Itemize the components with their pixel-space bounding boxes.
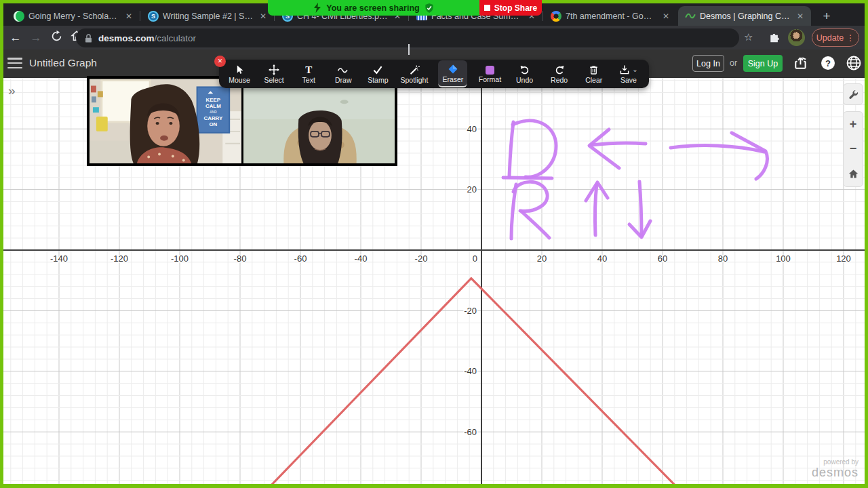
profile-avatar[interactable] — [788, 29, 805, 46]
cursor-icon — [234, 64, 245, 75]
tool-redo[interactable]: Redo — [547, 60, 572, 87]
tab-title: Writing Sample #2 | Schoo — [163, 12, 254, 21]
svg-text:120: 120 — [836, 253, 851, 264]
tab-title: 7th amendment - Google S — [566, 12, 656, 21]
svg-text:-120: -120 — [111, 253, 128, 264]
zoom-in-button[interactable]: + — [844, 112, 863, 136]
tab-separator — [542, 11, 543, 21]
signup-button[interactable]: Sign Up — [743, 55, 783, 72]
bolt-icon — [313, 3, 321, 13]
text-tool-icon: T — [305, 64, 312, 75]
undo-icon — [519, 64, 530, 75]
video-participant-1[interactable]: KEEP CALM AND CARRY ON — [90, 79, 241, 163]
video-participant-2[interactable] — [243, 79, 395, 163]
shield-check-icon — [425, 3, 434, 14]
svg-text:-80: -80 — [234, 253, 247, 264]
or-label: or — [730, 58, 737, 68]
screenshare-border-right — [865, 0, 868, 488]
help-icon[interactable]: ? — [821, 56, 835, 73]
trash-icon — [589, 64, 599, 75]
svg-text:20: 20 — [537, 253, 547, 264]
tool-draw[interactable]: Draw — [331, 60, 355, 87]
tab-desmos-active[interactable]: Desmos | Graphing Calcul ✕ — [678, 6, 811, 26]
svg-text:?: ? — [825, 58, 831, 68]
svg-text:80: 80 — [718, 253, 728, 264]
default-view-home-button[interactable] — [844, 162, 863, 186]
stop-icon — [484, 5, 490, 11]
schoology-favicon: S — [148, 11, 159, 22]
tab-going-merry[interactable]: Going Merry - Scholarship ✕ — [7, 6, 140, 26]
chrome-update-button[interactable]: Update ⋮ — [812, 28, 859, 47]
svg-text:-140: -140 — [50, 253, 68, 264]
google-favicon — [551, 11, 561, 22]
svg-text:20: 20 — [467, 184, 477, 195]
open-expressions-icon[interactable]: » — [8, 83, 16, 98]
svg-text:CALM: CALM — [205, 103, 221, 109]
menu-dots-icon: ⋮ — [846, 33, 854, 43]
tab-writing-sample[interactable]: S Writing Sample #2 | Schoo ✕ — [141, 6, 274, 26]
tool-save[interactable]: ⌄ Save — [616, 60, 641, 87]
save-icon — [619, 64, 630, 75]
zoom-annotation-toolbar: ✕ Mouse Select T Text Draw Stamp Spotlig… — [219, 60, 649, 88]
tool-select[interactable]: Select — [262, 60, 286, 87]
reload-button[interactable] — [46, 30, 66, 45]
svg-text:-60: -60 — [464, 427, 477, 437]
svg-text:40: 40 — [467, 124, 477, 134]
main-menu-icon[interactable] — [7, 58, 22, 68]
tool-stamp[interactable]: Stamp — [366, 60, 390, 87]
wand-icon — [409, 64, 420, 75]
forward-button[interactable]: → — [26, 31, 46, 45]
svg-text:KEEP: KEEP — [206, 97, 221, 103]
close-annotation-icon[interactable]: ✕ — [214, 56, 226, 67]
tab-close-icon[interactable]: ✕ — [795, 11, 806, 22]
address-bar[interactable]: desmos.com/calculator — [76, 28, 739, 47]
screenshare-border-left — [0, 0, 3, 488]
bookmark-star-icon[interactable]: ☆ — [744, 31, 753, 43]
participant-2-feed — [243, 79, 395, 163]
browser-toolbar: ← → desmos.com/calculator ☆ Update ⋮ — [0, 26, 868, 49]
tool-eraser-selected[interactable]: Eraser — [438, 60, 467, 87]
svg-text:60: 60 — [658, 253, 667, 264]
squiggle-icon — [337, 64, 349, 75]
new-tab-button[interactable]: + — [818, 7, 835, 25]
svg-text:0: 0 — [473, 253, 477, 264]
tab-7th-amendment[interactable]: 7th amendment - Google S ✕ — [544, 6, 677, 26]
screen-sharing-banner: You are screen sharing — [268, 0, 479, 16]
home-viewport-icon — [848, 168, 859, 180]
graph-title[interactable]: Untitled Graph — [29, 57, 97, 69]
tab-close-icon[interactable]: ✕ — [258, 11, 269, 22]
screen-sharing-text: You are screen sharing — [326, 3, 419, 13]
check-icon — [372, 64, 383, 75]
redo-icon — [554, 64, 565, 75]
chevron-down-icon[interactable]: ⌄ — [632, 66, 637, 73]
tool-text[interactable]: T Text — [296, 60, 321, 87]
language-globe-icon[interactable] — [846, 56, 861, 73]
svg-text:-40: -40 — [355, 253, 368, 264]
back-button[interactable]: ← — [5, 31, 26, 45]
login-button[interactable]: Log In — [692, 55, 724, 72]
format-color-swatch — [486, 66, 494, 75]
tool-mouse[interactable]: Mouse — [227, 60, 252, 87]
meeting-video-thumbnails[interactable]: KEEP CALM AND CARRY ON — [87, 76, 397, 166]
tool-undo[interactable]: Undo — [513, 60, 537, 87]
svg-text:-100: -100 — [171, 253, 189, 264]
svg-text:-40: -40 — [464, 366, 477, 376]
going-merry-favicon — [14, 11, 24, 22]
graph-settings-button[interactable] — [843, 83, 863, 105]
tab-close-icon[interactable]: ✕ — [123, 11, 134, 22]
tool-format[interactable]: Format — [477, 60, 502, 87]
zoom-out-button[interactable]: − — [844, 137, 863, 161]
participant-1-feed: KEEP CALM AND CARRY ON — [90, 79, 241, 163]
tool-clear[interactable]: Clear — [582, 60, 606, 87]
extensions-puzzle-icon[interactable] — [768, 31, 781, 46]
eraser-diamond-icon — [448, 64, 458, 75]
tab-title: Desmos | Graphing Calcul — [700, 12, 791, 21]
screen: -140-120-100-80-60-40-200204060801001204… — [0, 0, 868, 488]
stop-share-button[interactable]: Stop Share — [479, 0, 542, 16]
share-graph-icon[interactable] — [793, 56, 808, 73]
tool-spotlight[interactable]: Spotlight — [400, 60, 428, 87]
move-icon — [269, 64, 279, 75]
tab-close-icon[interactable]: ✕ — [660, 11, 671, 22]
svg-text:40: 40 — [597, 253, 607, 264]
svg-text:-60: -60 — [294, 253, 307, 264]
